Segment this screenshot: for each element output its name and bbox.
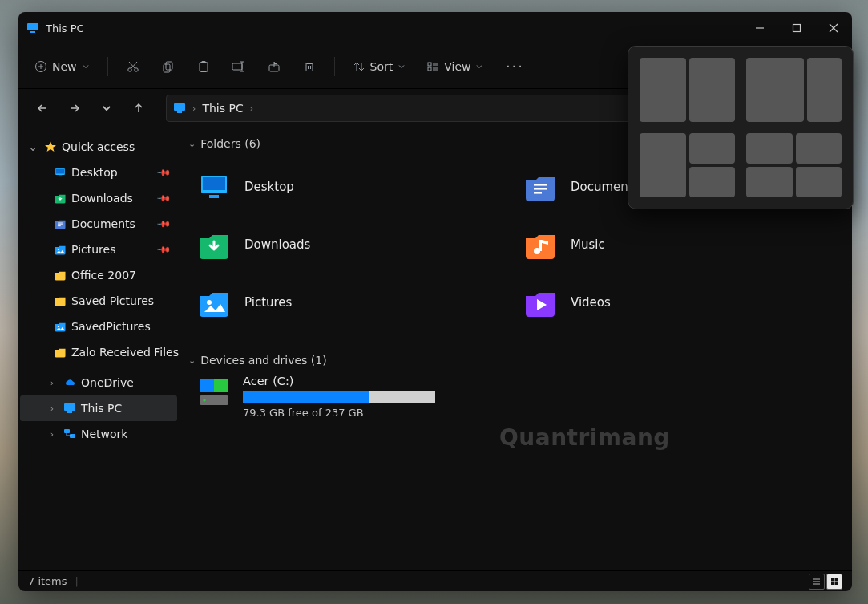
close-button[interactable] <box>815 12 852 44</box>
share-icon <box>267 59 281 74</box>
pin-icon: 📌 <box>155 241 171 257</box>
pin-icon: 📌 <box>155 216 171 231</box>
svg-rect-15 <box>200 62 208 71</box>
svg-rect-66 <box>214 379 228 392</box>
svg-marker-40 <box>45 142 56 152</box>
folder-label: Music <box>571 237 605 252</box>
folder-videos[interactable]: Videos <box>523 274 849 331</box>
svg-point-48 <box>58 326 59 327</box>
sidebar-onedrive[interactable]: › OneDrive <box>20 370 177 395</box>
svg-rect-56 <box>203 177 225 190</box>
svg-rect-42 <box>56 169 64 174</box>
folder-music[interactable]: Music <box>523 216 849 274</box>
downloads-icon <box>196 227 232 262</box>
chevron-down-icon <box>101 103 112 114</box>
pictures-icon <box>196 285 232 320</box>
ellipsis-icon: ··· <box>506 58 524 75</box>
chevron-down-icon <box>398 63 406 71</box>
breadcrumb-this-pc[interactable]: This PC <box>202 102 243 115</box>
chevron-down-icon <box>475 63 483 71</box>
snap-layout-two-thirds[interactable] <box>746 58 842 122</box>
drive-free-text: 79.3 GB free of 237 GB <box>243 407 435 419</box>
sidebar-item-desktop[interactable]: Desktop📌 <box>20 160 177 185</box>
svg-rect-38 <box>174 103 185 111</box>
maximize-button[interactable] <box>778 12 815 44</box>
sidebar-this-pc[interactable]: › This PC <box>20 395 177 421</box>
folder-pictures[interactable]: Pictures <box>196 274 523 331</box>
sidebar-item-label: Saved Pictures <box>71 294 154 307</box>
svg-point-47 <box>58 249 59 250</box>
chevron-right-icon: › <box>46 403 59 414</box>
desktop-icon <box>54 166 67 179</box>
sidebar: ⌄ Quick access Desktop📌Downloads📌Documen… <box>18 128 179 570</box>
file-explorer-window: This PC New Sort View ··· <box>18 12 852 591</box>
sidebar-label: Quick access <box>62 140 135 153</box>
separator <box>107 57 108 76</box>
sidebar-item-savedpictures[interactable]: SavedPictures <box>20 314 177 339</box>
statusbar: 7 items | <box>18 570 852 591</box>
chevron-right-icon: › <box>250 103 253 114</box>
arrow-up-icon <box>131 101 146 116</box>
sidebar-item-office-2007[interactable]: Office 2007 <box>20 262 177 288</box>
more-button[interactable]: ··· <box>498 52 531 81</box>
svg-rect-46 <box>58 225 61 226</box>
svg-rect-50 <box>67 411 72 413</box>
sort-button-label: Sort <box>370 60 394 73</box>
music-icon <box>523 227 558 262</box>
new-button-label: New <box>52 60 77 73</box>
sidebar-item-documents[interactable]: Documents📌 <box>20 211 177 237</box>
folder-icon <box>54 346 67 359</box>
sidebar-item-pictures[interactable]: Pictures📌 <box>20 237 177 262</box>
sidebar-item-zalo-received-files[interactable]: Zalo Received Files <box>20 339 177 365</box>
folder-label: Videos <box>571 295 611 310</box>
snap-layout-left-stack[interactable] <box>640 133 735 197</box>
group-drives[interactable]: ⌄ Devices and drives (1) <box>188 354 849 367</box>
snap-layout-half[interactable] <box>640 58 735 122</box>
svg-rect-62 <box>539 240 542 251</box>
chevron-down-icon: ⌄ <box>188 139 196 149</box>
svg-rect-1 <box>30 31 35 33</box>
sidebar-quick-access[interactable]: ⌄ Quick access <box>20 134 177 160</box>
group-drives-label: Devices and drives (1) <box>200 354 326 367</box>
snap-layout-quad[interactable] <box>746 133 842 197</box>
plus-circle-icon <box>34 60 47 73</box>
network-icon <box>63 428 76 440</box>
sidebar-label: Network <box>81 428 127 440</box>
copy-button[interactable] <box>151 52 185 81</box>
documents-icon <box>54 217 67 230</box>
separator <box>334 57 335 76</box>
cut-button[interactable] <box>116 52 150 81</box>
tiles-view-button[interactable] <box>826 574 842 590</box>
new-button[interactable]: New <box>25 52 99 81</box>
sidebar-item-saved-pictures[interactable]: Saved Pictures <box>20 288 177 314</box>
sidebar-item-downloads[interactable]: Downloads📌 <box>20 185 177 211</box>
paste-button[interactable] <box>187 52 220 81</box>
rename-button[interactable] <box>222 52 256 81</box>
up-button[interactable] <box>124 94 153 123</box>
sort-button[interactable]: Sort <box>343 52 416 81</box>
window-controls <box>741 12 852 44</box>
forward-button[interactable] <box>60 94 89 123</box>
folder-downloads[interactable]: Downloads <box>196 216 523 274</box>
svg-rect-17 <box>232 63 242 70</box>
delete-button[interactable] <box>293 52 326 81</box>
sidebar-network[interactable]: › Network <box>20 421 177 447</box>
onedrive-icon <box>63 376 76 389</box>
svg-rect-60 <box>534 192 542 194</box>
sidebar-item-label: Pictures <box>71 243 115 256</box>
details-view-button[interactable] <box>809 574 825 590</box>
this-pc-icon <box>63 402 76 415</box>
pin-icon: 📌 <box>155 164 171 180</box>
downloads-icon <box>54 192 67 205</box>
chevron-right-icon: › <box>192 103 196 114</box>
svg-rect-59 <box>534 188 547 190</box>
recent-button[interactable] <box>92 94 121 123</box>
folder-desktop[interactable]: Desktop <box>196 158 523 216</box>
drive-item[interactable]: Acer (C:) 79.3 GB free of 237 GB <box>196 375 849 419</box>
minimize-button[interactable] <box>741 12 778 44</box>
svg-rect-58 <box>534 184 547 186</box>
view-button[interactable]: View <box>417 52 493 81</box>
desktop-icon <box>196 169 232 205</box>
share-button[interactable] <box>257 52 291 81</box>
back-button[interactable] <box>28 94 57 123</box>
